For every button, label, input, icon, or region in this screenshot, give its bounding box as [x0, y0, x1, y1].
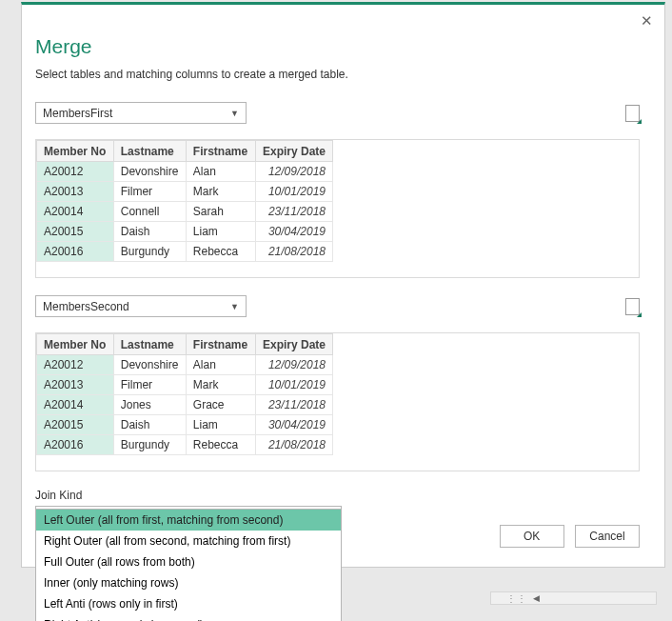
col-header[interactable]: Firstname	[186, 141, 255, 162]
table-row[interactable]: A20013FilmerMark10/01/2019	[37, 182, 333, 202]
scroll-left-icon[interactable]: ◀	[533, 593, 540, 603]
cell-first: Mark	[186, 375, 255, 395]
cell-date: 30/04/2019	[255, 222, 332, 242]
join-option-right-outer[interactable]: Right Outer (all from second, matching f…	[36, 531, 341, 551]
table-row[interactable]: A20015DaishLiam30/04/2019	[37, 415, 333, 435]
table-row[interactable]: A20012DevonshireAlan12/09/2018	[37, 162, 333, 182]
cell-date: 30/04/2019	[255, 415, 332, 435]
join-option-left-anti[interactable]: Left Anti (rows only in first)	[36, 593, 341, 614]
col-header[interactable]: Firstname	[186, 334, 255, 355]
table-row[interactable]: A20014ConnellSarah23/11/2018	[37, 202, 333, 222]
cell-id: A20013	[37, 182, 114, 202]
table1-preview: Member No Lastname Firstname Expiry Date…	[35, 139, 640, 278]
cell-last: Burgundy	[113, 435, 186, 455]
cell-date: 21/08/2018	[255, 435, 332, 455]
cell-first: Mark	[186, 182, 255, 202]
merge-dialog: ✕ Merge Select tables and matching colum…	[21, 2, 665, 568]
cancel-button[interactable]: Cancel	[575, 525, 640, 548]
cell-id: A20014	[37, 395, 114, 415]
col-header[interactable]: Member No	[37, 141, 114, 162]
second-table-select[interactable]: MembersSecond ▼	[35, 295, 247, 317]
join-option-full-outer[interactable]: Full Outer (all rows from both)	[36, 551, 341, 572]
table-row[interactable]: A20015DaishLiam30/04/2019	[37, 222, 333, 242]
cell-last: Devonshire	[113, 162, 186, 182]
sheet-icon[interactable]	[625, 105, 640, 122]
cell-first: Sarah	[186, 202, 255, 222]
cell-last: Filmer	[113, 375, 186, 395]
table-row[interactable]: A20016BurgundyRebecca21/08/2018	[37, 242, 333, 262]
cell-id: A20015	[37, 222, 114, 242]
close-icon[interactable]: ✕	[641, 12, 653, 30]
cell-id: A20013	[37, 375, 114, 395]
first-table-select[interactable]: MembersFirst ▼	[35, 102, 247, 124]
chevron-down-icon: ▼	[230, 302, 239, 311]
chevron-down-icon: ▼	[230, 109, 239, 118]
first-table-name: MembersFirst	[43, 107, 112, 120]
cell-last: Filmer	[113, 182, 186, 202]
horizontal-scrollbar[interactable]: ⋮⋮ ◀	[490, 591, 657, 605]
col-header[interactable]: Member No	[37, 334, 114, 355]
table-row[interactable]: A20016BurgundyRebecca21/08/2018	[37, 435, 333, 455]
col-header[interactable]: Lastname	[113, 334, 186, 355]
cell-first: Alan	[186, 162, 255, 182]
scrollbar-grip-icon: ⋮⋮	[506, 593, 527, 604]
cell-id: A20012	[37, 355, 114, 375]
dialog-title: Merge	[35, 35, 640, 58]
cell-first: Rebecca	[186, 435, 255, 455]
cell-date: 21/08/2018	[255, 242, 332, 262]
cell-first: Liam	[186, 415, 255, 435]
cell-last: Jones	[113, 395, 186, 415]
cell-id: A20014	[37, 202, 114, 222]
cell-id: A20016	[37, 435, 114, 455]
cell-first: Rebecca	[186, 242, 255, 262]
join-option-inner[interactable]: Inner (only matching rows)	[36, 572, 341, 593]
join-option-right-anti[interactable]: Right Anti (rows only in second)	[36, 614, 341, 621]
cell-first: Grace	[186, 395, 255, 415]
col-header[interactable]: Expiry Date	[255, 334, 332, 355]
table2-preview: Member No Lastname Firstname Expiry Date…	[35, 332, 640, 471]
table-row[interactable]: A20012DevonshireAlan12/09/2018	[37, 355, 333, 375]
cell-date: 23/11/2018	[255, 202, 332, 222]
table-row[interactable]: A20014JonesGrace23/11/2018	[37, 395, 333, 415]
join-option-left-outer[interactable]: Left Outer (all from first, matching fro…	[36, 510, 341, 531]
join-kind-dropdown: Left Outer (all from first, matching fro…	[35, 509, 342, 621]
cell-date: 10/01/2019	[255, 182, 332, 202]
cell-id: A20012	[37, 162, 114, 182]
cell-last: Daish	[113, 415, 186, 435]
sheet-icon[interactable]	[625, 298, 640, 315]
cell-date: 10/01/2019	[255, 375, 332, 395]
cell-last: Burgundy	[113, 242, 186, 262]
cell-id: A20015	[37, 415, 114, 435]
ok-button[interactable]: OK	[500, 525, 564, 548]
cell-date: 23/11/2018	[255, 395, 332, 415]
cell-date: 12/09/2018	[255, 355, 332, 375]
cell-last: Daish	[113, 222, 186, 242]
cell-last: Devonshire	[113, 355, 186, 375]
table-row[interactable]: A20013FilmerMark10/01/2019	[37, 375, 333, 395]
cell-first: Liam	[186, 222, 255, 242]
col-header[interactable]: Expiry Date	[255, 141, 332, 162]
cell-id: A20016	[37, 242, 114, 262]
cell-date: 12/09/2018	[255, 162, 332, 182]
col-header[interactable]: Lastname	[113, 141, 186, 162]
join-kind-label: Join Kind	[35, 489, 640, 502]
dialog-subtitle: Select tables and matching columns to cr…	[35, 68, 640, 81]
cell-first: Alan	[186, 355, 255, 375]
cell-last: Connell	[113, 202, 186, 222]
second-table-name: MembersSecond	[43, 300, 129, 313]
